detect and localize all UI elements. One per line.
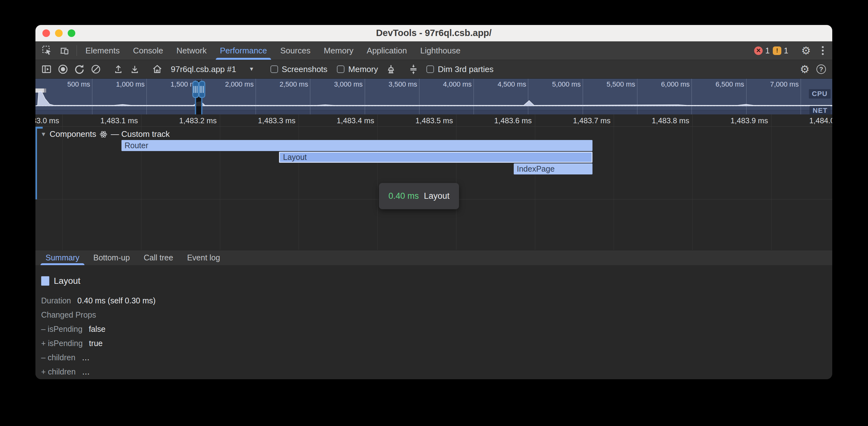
overview-tick-label: 3,500 ms [389, 80, 417, 89]
selection-left-handle[interactable] [192, 81, 199, 98]
more-options-icon[interactable] [816, 43, 829, 58]
tab-memory[interactable]: Memory [317, 41, 360, 60]
record-and-reload-icon[interactable] [72, 62, 87, 76]
overview-tick-label: 500 ms [67, 80, 90, 89]
flatten-events-icon[interactable] [406, 62, 421, 76]
tab-summary[interactable]: Summary [39, 250, 86, 265]
ruler-tick-label: 1,483.7 ms [573, 116, 611, 125]
flame-event-tooltip: 0.40 ms Layout [379, 183, 459, 209]
tab-event-log[interactable]: Event log [180, 250, 227, 265]
tab-elements[interactable]: Elements [79, 41, 126, 60]
overview-gridline [746, 79, 747, 114]
close-window-button[interactable] [42, 29, 50, 37]
summary-panel: Layout Duration 0.40 ms (self 0.30 ms) C… [35, 265, 832, 379]
ruler-tick-label: 1,483.6 ms [494, 116, 532, 125]
overview-tick-label: 6,000 ms [661, 80, 690, 89]
toggle-sidebar-icon[interactable] [39, 62, 54, 76]
screenshots-checkbox[interactable]: Screenshots [267, 64, 332, 74]
ruler-tick-label: 1,483.1 ms [100, 116, 138, 125]
active-tab-underline [216, 58, 271, 60]
ruler-gridline [377, 114, 378, 126]
overview-tick-label: 2,500 ms [280, 80, 308, 89]
devtools-window: DevTools - 97r6ql.csb.app/ Elements Cons… [35, 25, 832, 379]
divider [76, 45, 77, 56]
overview-gridline [801, 79, 801, 114]
ruler-tick-label: 1,483.9 ms [731, 116, 768, 125]
performance-settings-gear-icon[interactable]: ⚙ [798, 62, 812, 76]
clear-icon[interactable] [89, 62, 103, 76]
ruler-gridline [220, 114, 220, 126]
ruler-gridline [614, 114, 614, 126]
inspect-element-icon[interactable] [40, 43, 54, 58]
ruler-tick-label: 1,483.5 ms [415, 116, 453, 125]
overview-tick-label: 5,000 ms [552, 80, 581, 89]
tab-performance[interactable]: Performance [213, 41, 274, 60]
overview-gridline [691, 79, 692, 114]
overview-tick-label: 1,000 ms [116, 80, 145, 89]
chevron-down-icon: ▼ [249, 66, 254, 72]
dim-3rd-parties-checkbox[interactable]: Dim 3rd parties [423, 64, 497, 74]
ruler-tick-label: 1,483.3 ms [258, 116, 296, 125]
overview-gridline [365, 79, 365, 114]
window-title: DevTools - 97r6ql.csb.app/ [376, 28, 492, 38]
ruler-gridline [692, 114, 693, 126]
console-warnings-badge[interactable]: ! 1 [773, 46, 788, 55]
tab-call-tree[interactable]: Call tree [137, 250, 180, 265]
ruler-gridline [456, 114, 457, 126]
tab-sources[interactable]: Sources [274, 41, 317, 60]
load-profile-icon[interactable] [111, 62, 126, 76]
overview-gridline [583, 79, 583, 114]
flame-bar-router[interactable]: Router [121, 140, 592, 151]
tab-application[interactable]: Application [360, 41, 413, 60]
details-tabbar: Summary Bottom-up Call tree Event log [35, 250, 832, 265]
profile-history-select[interactable]: 97r6ql.csb.app #1 ▼ [166, 64, 259, 74]
event-color-swatch [41, 276, 49, 286]
tab-lighthouse[interactable]: Lighthouse [414, 41, 467, 60]
selection-right-handle[interactable] [199, 81, 205, 98]
checkbox-box [271, 65, 278, 73]
flame-bar-layout[interactable]: Layout [279, 152, 592, 163]
tab-network[interactable]: Network [170, 41, 213, 60]
ruler-gridline [62, 114, 63, 126]
memory-checkbox[interactable]: Memory [333, 64, 382, 74]
device-toolbar-icon[interactable] [57, 43, 71, 58]
flame-chart[interactable]: ▼ Components — Custom track RouterLayout… [35, 127, 832, 250]
overview-gridline [637, 79, 638, 114]
overview-tick-label: 3,000 ms [334, 80, 363, 89]
record-icon[interactable] [56, 62, 70, 76]
ruler-tick-label: 1,483.4 ms [337, 116, 374, 125]
ruler-tick-label: 1,483.8 ms [652, 116, 689, 125]
tooltip-event-name: Layout [424, 191, 450, 201]
settings-gear-icon[interactable]: ⚙ [799, 43, 813, 58]
traffic-lights [42, 25, 75, 41]
overview-gridline [310, 79, 310, 114]
overview-gridline [419, 79, 420, 114]
summary-row-ispending-new: + isPending true [41, 336, 832, 351]
console-errors-badge[interactable]: ✕ 1 [754, 46, 770, 55]
collect-garbage-icon[interactable] [384, 62, 398, 76]
active-tab-underline [40, 263, 85, 265]
summary-event-title: Layout [54, 276, 80, 286]
overview-tick-label: 4,000 ms [443, 80, 472, 89]
tab-bottom-up[interactable]: Bottom-up [86, 250, 137, 265]
save-profile-icon[interactable] [127, 62, 142, 76]
home-icon[interactable] [150, 62, 164, 76]
overview-tick-label: 4,500 ms [498, 80, 526, 89]
timeline-overview[interactable]: 500 ms1,000 ms1,500 ms2,000 ms2,500 ms3,… [35, 79, 832, 114]
flame-bar-indexpage[interactable]: IndexPage [514, 163, 592, 174]
cpu-track-badge: CPU [809, 89, 831, 99]
tooltip-duration: 0.40 ms [389, 191, 419, 201]
warning-icon: ! [773, 46, 781, 55]
net-track-badge: NET [809, 106, 831, 114]
overview-gridline [147, 79, 147, 114]
summary-row-children-new: + children … [41, 365, 832, 379]
help-icon[interactable]: ? [814, 62, 829, 76]
overview-gridline [528, 79, 528, 114]
ruler-gridline [141, 114, 142, 126]
overview-tick-label: 5,500 ms [607, 80, 636, 89]
error-icon: ✕ [754, 46, 763, 55]
overview-tick-label: 7,000 ms [770, 80, 799, 89]
tab-console[interactable]: Console [126, 41, 169, 60]
zoom-window-button[interactable] [68, 29, 75, 37]
minimize-window-button[interactable] [55, 29, 63, 37]
